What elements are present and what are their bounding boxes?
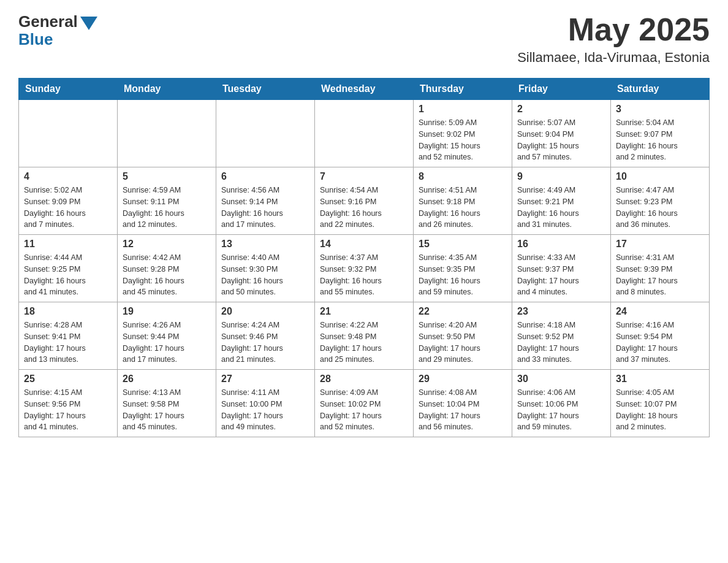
calendar-cell [315,100,414,167]
day-number: 4 [24,171,112,182]
calendar-cell: 9Sunrise: 4:49 AM Sunset: 9:21 PM Daylig… [512,167,611,235]
day-info: Sunrise: 4:56 AM Sunset: 9:14 PM Dayligh… [221,185,309,231]
calendar-cell: 26Sunrise: 4:13 AM Sunset: 9:58 PM Dayli… [118,370,216,437]
day-info: Sunrise: 4:22 AM Sunset: 9:48 PM Dayligh… [320,320,408,366]
day-number: 20 [221,306,309,317]
calendar-cell [216,100,315,167]
day-info: Sunrise: 4:54 AM Sunset: 9:16 PM Dayligh… [320,185,408,231]
calendar-cell: 30Sunrise: 4:06 AM Sunset: 10:06 PM Dayl… [512,370,611,437]
calendar-cell: 13Sunrise: 4:40 AM Sunset: 9:30 PM Dayli… [216,235,315,302]
calendar-cell [19,100,118,167]
calendar-header-friday: Friday [512,79,611,100]
day-number: 31 [616,373,704,385]
day-info: Sunrise: 5:02 AM Sunset: 9:09 PM Dayligh… [24,185,112,231]
day-info: Sunrise: 4:24 AM Sunset: 9:46 PM Dayligh… [221,320,309,366]
calendar-header-sunday: Sunday [19,79,118,100]
day-info: Sunrise: 4:33 AM Sunset: 9:37 PM Dayligh… [517,252,605,298]
day-info: Sunrise: 4:37 AM Sunset: 9:32 PM Dayligh… [320,252,408,298]
day-number: 8 [419,171,507,182]
day-info: Sunrise: 4:11 AM Sunset: 10:00 PM Daylig… [221,387,309,433]
day-info: Sunrise: 4:13 AM Sunset: 9:58 PM Dayligh… [123,387,211,433]
calendar-cell: 31Sunrise: 4:05 AM Sunset: 10:07 PM Dayl… [611,370,710,437]
day-number: 30 [517,373,605,385]
day-info: Sunrise: 4:40 AM Sunset: 9:30 PM Dayligh… [221,252,309,298]
calendar-cell: 15Sunrise: 4:35 AM Sunset: 9:35 PM Dayli… [414,235,512,302]
calendar-cell: 19Sunrise: 4:26 AM Sunset: 9:44 PM Dayli… [118,302,216,370]
calendar-header-saturday: Saturday [611,79,710,100]
day-info: Sunrise: 5:09 AM Sunset: 9:02 PM Dayligh… [419,117,507,163]
calendar-cell: 21Sunrise: 4:22 AM Sunset: 9:48 PM Dayli… [315,302,414,370]
day-number: 24 [616,306,704,317]
day-info: Sunrise: 4:49 AM Sunset: 9:21 PM Dayligh… [517,185,605,231]
day-info: Sunrise: 4:18 AM Sunset: 9:52 PM Dayligh… [517,320,605,366]
day-info: Sunrise: 4:51 AM Sunset: 9:18 PM Dayligh… [419,185,507,231]
calendar-header-wednesday: Wednesday [315,79,414,100]
calendar-cell: 18Sunrise: 4:28 AM Sunset: 9:41 PM Dayli… [19,302,118,370]
day-number: 21 [320,306,408,317]
calendar-cell: 2Sunrise: 5:07 AM Sunset: 9:04 PM Daylig… [512,100,611,167]
day-number: 5 [123,171,211,182]
calendar-cell: 6Sunrise: 4:56 AM Sunset: 9:14 PM Daylig… [216,167,315,235]
day-number: 29 [419,373,507,385]
day-info: Sunrise: 4:08 AM Sunset: 10:04 PM Daylig… [419,387,507,433]
page-header: General Blue May 2025 Sillamaee, Ida-Vir… [18,12,710,66]
day-info: Sunrise: 4:05 AM Sunset: 10:07 PM Daylig… [616,387,704,433]
calendar-cell: 22Sunrise: 4:20 AM Sunset: 9:50 PM Dayli… [414,302,512,370]
day-info: Sunrise: 4:59 AM Sunset: 9:11 PM Dayligh… [123,185,211,231]
calendar-week-2: 4Sunrise: 5:02 AM Sunset: 9:09 PM Daylig… [19,167,710,235]
logo-triangle-icon [80,17,97,30]
day-number: 26 [123,373,211,385]
day-number: 27 [221,373,309,385]
calendar-table: SundayMondayTuesdayWednesdayThursdayFrid… [18,78,710,437]
day-info: Sunrise: 4:28 AM Sunset: 9:41 PM Dayligh… [24,320,112,366]
day-info: Sunrise: 4:15 AM Sunset: 9:56 PM Dayligh… [24,387,112,433]
calendar-header-monday: Monday [118,79,216,100]
logo-blue-text: Blue [18,30,53,49]
day-info: Sunrise: 4:26 AM Sunset: 9:44 PM Dayligh… [123,320,211,366]
day-number: 7 [320,171,408,182]
day-number: 25 [24,373,112,385]
calendar-cell: 4Sunrise: 5:02 AM Sunset: 9:09 PM Daylig… [19,167,118,235]
day-number: 11 [24,239,112,250]
logo-general-text: General [18,12,78,31]
calendar-cell: 5Sunrise: 4:59 AM Sunset: 9:11 PM Daylig… [118,167,216,235]
day-info: Sunrise: 5:04 AM Sunset: 9:07 PM Dayligh… [616,117,704,163]
day-number: 6 [221,171,309,182]
day-number: 23 [517,306,605,317]
calendar-cell: 7Sunrise: 4:54 AM Sunset: 9:16 PM Daylig… [315,167,414,235]
day-number: 15 [419,239,507,250]
calendar-cell: 17Sunrise: 4:31 AM Sunset: 9:39 PM Dayli… [611,235,710,302]
calendar-cell: 25Sunrise: 4:15 AM Sunset: 9:56 PM Dayli… [19,370,118,437]
day-number: 12 [123,239,211,250]
calendar-header-tuesday: Tuesday [216,79,315,100]
day-number: 2 [517,104,605,115]
calendar-cell: 10Sunrise: 4:47 AM Sunset: 9:23 PM Dayli… [611,167,710,235]
calendar-header-thursday: Thursday [414,79,512,100]
day-number: 28 [320,373,408,385]
day-info: Sunrise: 4:09 AM Sunset: 10:02 PM Daylig… [320,387,408,433]
calendar-cell: 11Sunrise: 4:44 AM Sunset: 9:25 PM Dayli… [19,235,118,302]
calendar-cell: 14Sunrise: 4:37 AM Sunset: 9:32 PM Dayli… [315,235,414,302]
calendar-cell: 20Sunrise: 4:24 AM Sunset: 9:46 PM Dayli… [216,302,315,370]
calendar-cell: 12Sunrise: 4:42 AM Sunset: 9:28 PM Dayli… [118,235,216,302]
location-text: Sillamaee, Ida-Virumaa, Estonia [517,50,710,66]
calendar-cell: 1Sunrise: 5:09 AM Sunset: 9:02 PM Daylig… [414,100,512,167]
calendar-week-3: 11Sunrise: 4:44 AM Sunset: 9:25 PM Dayli… [19,235,710,302]
day-number: 16 [517,239,605,250]
day-number: 10 [616,171,704,182]
calendar-cell [118,100,216,167]
calendar-header-row: SundayMondayTuesdayWednesdayThursdayFrid… [19,79,710,100]
day-info: Sunrise: 5:07 AM Sunset: 9:04 PM Dayligh… [517,117,605,163]
calendar-cell: 3Sunrise: 5:04 AM Sunset: 9:07 PM Daylig… [611,100,710,167]
calendar-cell: 28Sunrise: 4:09 AM Sunset: 10:02 PM Dayl… [315,370,414,437]
calendar-cell: 29Sunrise: 4:08 AM Sunset: 10:04 PM Dayl… [414,370,512,437]
day-info: Sunrise: 4:44 AM Sunset: 9:25 PM Dayligh… [24,252,112,298]
calendar-cell: 24Sunrise: 4:16 AM Sunset: 9:54 PM Dayli… [611,302,710,370]
calendar-week-4: 18Sunrise: 4:28 AM Sunset: 9:41 PM Dayli… [19,302,710,370]
month-title: May 2025 [517,12,710,47]
day-info: Sunrise: 4:16 AM Sunset: 9:54 PM Dayligh… [616,320,704,366]
calendar-cell: 8Sunrise: 4:51 AM Sunset: 9:18 PM Daylig… [414,167,512,235]
title-block: May 2025 Sillamaee, Ida-Virumaa, Estonia [517,12,710,66]
logo: General Blue [18,12,97,49]
day-number: 18 [24,306,112,317]
